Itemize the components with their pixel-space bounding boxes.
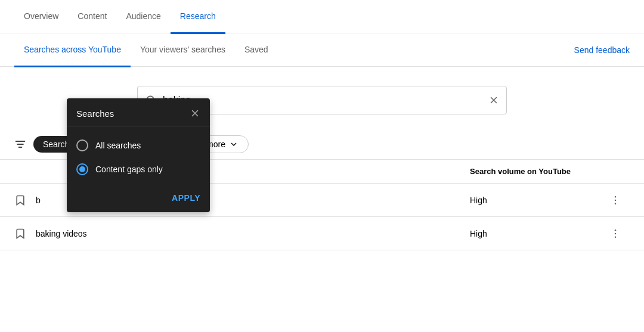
table-row: baking videos High — [0, 217, 644, 250]
search-input[interactable] — [163, 95, 482, 106]
tab-audience[interactable]: Audience — [116, 1, 170, 34]
row-volume: High — [470, 196, 601, 205]
searches-popup: Searches All searches Content gaps only … — [67, 98, 210, 212]
apply-button[interactable]: APPLY — [172, 193, 200, 203]
svg-point-7 — [615, 229, 617, 231]
option-content-gaps-label: Content gaps only — [95, 165, 163, 174]
clear-icon[interactable] — [488, 95, 499, 106]
option-all-searches-label: All searches — [95, 141, 141, 150]
radio-content-gaps — [76, 163, 88, 175]
bookmark-icon[interactable] — [14, 194, 26, 206]
svg-point-6 — [615, 203, 617, 204]
option-all-searches[interactable]: All searches — [67, 134, 210, 157]
row-more-button[interactable] — [601, 228, 630, 240]
row-term: baking videos — [36, 229, 470, 238]
filter-icon-button[interactable] — [14, 138, 26, 150]
subtab-searches-across-youtube[interactable]: Searches across YouTube — [14, 34, 131, 67]
radio-all-searches — [76, 139, 88, 151]
svg-point-5 — [615, 199, 617, 201]
row-more-button[interactable] — [601, 194, 630, 206]
svg-point-9 — [615, 236, 617, 238]
radio-inner-dot — [79, 166, 85, 172]
sub-nav: Searches across YouTube Your viewers' se… — [0, 33, 644, 67]
svg-point-8 — [615, 232, 617, 234]
bookmark-icon[interactable] — [14, 228, 26, 240]
popup-close-button[interactable] — [190, 108, 200, 119]
top-nav: Overview Content Audience Research — [0, 0, 644, 33]
tab-overview[interactable]: Overview — [14, 1, 68, 34]
popup-header: Searches — [67, 98, 210, 126]
subtab-viewers-searches[interactable]: Your viewers' searches — [131, 34, 235, 67]
popup-options: All searches Content gaps only — [67, 126, 210, 188]
tab-content[interactable]: Content — [68, 1, 116, 34]
popup-apply-area: APPLY — [67, 188, 210, 212]
popup-title: Searches — [76, 108, 114, 119]
subtab-saved[interactable]: Saved — [235, 34, 278, 67]
svg-point-4 — [615, 196, 617, 197]
option-content-gaps[interactable]: Content gaps only — [67, 157, 210, 181]
col-volume-header: Search volume on YouTube — [470, 167, 601, 176]
send-feedback-button[interactable]: Send feedback — [574, 41, 630, 60]
tab-research[interactable]: Research — [171, 1, 225, 34]
row-volume: High — [470, 229, 601, 238]
